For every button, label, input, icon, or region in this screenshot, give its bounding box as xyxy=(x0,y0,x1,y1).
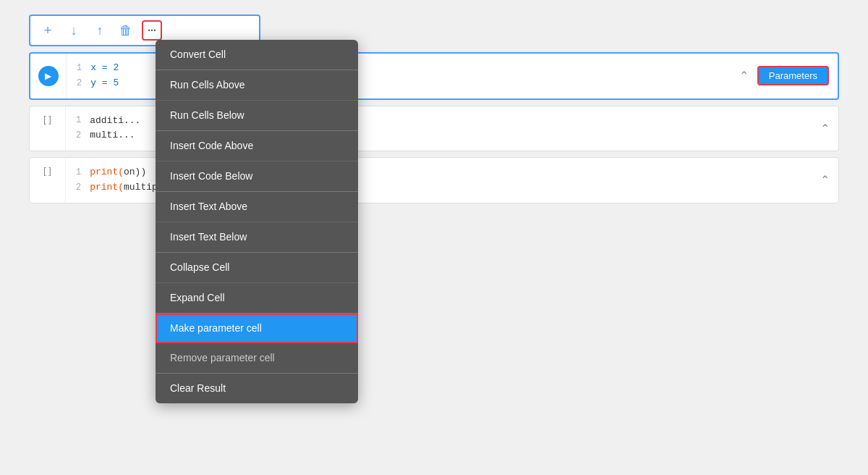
cell-2-bracket: [ ] xyxy=(30,106,66,151)
code-text: x = 2 xyxy=(90,61,119,76)
menu-item-collapse-cell[interactable]: Collapse Cell xyxy=(156,253,358,283)
line-number: 2 xyxy=(76,129,81,143)
notebook-container: + ↓ ↑ 🗑 ··· ▶ 1 x = 2 2 y = 5 ⌃ Paramete… xyxy=(0,0,868,475)
code-text: y = 5 xyxy=(90,76,119,91)
chevron-up-icon[interactable]: ⌃ xyxy=(820,173,830,187)
menu-item-expand-cell[interactable]: Expand Cell xyxy=(156,283,358,314)
code-text-suffix: on)) xyxy=(124,165,146,180)
line-number: 1 xyxy=(76,114,81,127)
line-number: 2 xyxy=(76,181,81,195)
cell-2: [ ] 1 additi... 2 multi... ⌃ xyxy=(29,106,839,152)
cell-2-right: ⌃ xyxy=(812,106,838,151)
line-number: 1 xyxy=(77,62,82,75)
line-number: 1 xyxy=(76,166,81,180)
context-menu: Convert Cell Run Cells Above Run Cells B… xyxy=(156,40,358,403)
move-down-button[interactable]: ↓ xyxy=(64,20,84,41)
cell-3: [ ] 1 print( on)) 2 print( multiply)) ⌃ xyxy=(29,157,839,203)
code-text: additi... xyxy=(90,114,140,129)
menu-item-clear-result[interactable]: Clear Result xyxy=(156,374,358,403)
menu-item-insert-text-above[interactable]: Insert Text Above xyxy=(156,192,358,222)
more-options-button[interactable]: ··· xyxy=(142,20,162,41)
menu-item-make-parameter-cell[interactable]: Make parameter cell xyxy=(156,314,358,343)
cell-3-right: ⌃ xyxy=(812,158,838,203)
menu-item-run-cells-above[interactable]: Run Cells Above xyxy=(156,70,358,101)
line-number: 2 xyxy=(77,77,82,91)
code-text: print( xyxy=(90,180,124,196)
cell-3-bracket: [ ] xyxy=(30,158,66,203)
chevron-up-icon[interactable]: ⌃ xyxy=(739,69,749,83)
menu-item-remove-parameter-cell[interactable]: Remove parameter cell xyxy=(156,343,358,374)
menu-item-convert-cell[interactable]: Convert Cell xyxy=(156,40,358,70)
add-cell-button[interactable]: + xyxy=(38,20,58,41)
run-button[interactable]: ▶ xyxy=(38,66,59,86)
delete-cell-button[interactable]: 🗑 xyxy=(116,20,136,41)
parameters-badge: Parameters xyxy=(757,66,829,85)
cell-1-right: ⌃ Parameters xyxy=(731,54,838,98)
menu-item-insert-code-above[interactable]: Insert Code Above xyxy=(156,131,358,161)
menu-item-insert-code-below[interactable]: Insert Code Below xyxy=(156,161,358,192)
move-up-button[interactable]: ↑ xyxy=(90,20,110,41)
code-text: print( xyxy=(90,165,124,180)
cell-1: ▶ 1 x = 2 2 y = 5 ⌃ Parameters xyxy=(29,52,839,100)
menu-item-insert-text-below[interactable]: Insert Text Below xyxy=(156,222,358,253)
menu-item-run-cells-below[interactable]: Run Cells Below xyxy=(156,101,358,131)
chevron-up-icon[interactable]: ⌃ xyxy=(820,122,830,135)
cell-run-area: ▶ xyxy=(30,54,67,98)
code-text: multi... xyxy=(90,128,135,143)
